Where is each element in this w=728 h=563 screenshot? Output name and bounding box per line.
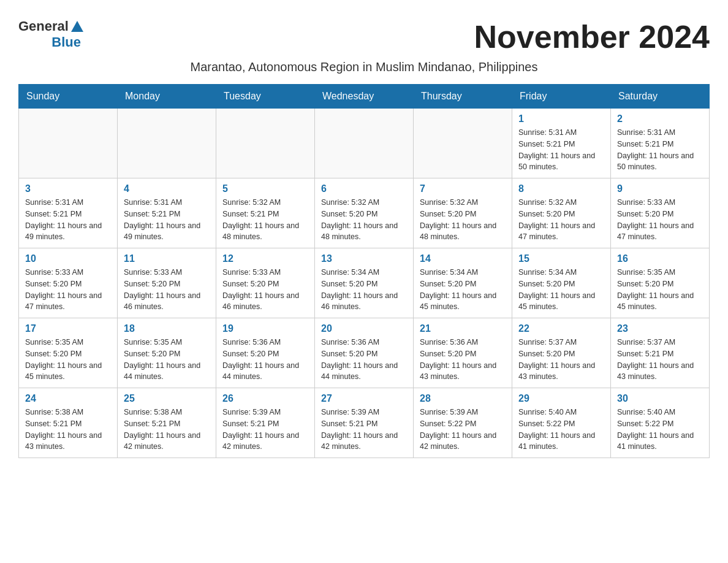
calendar-cell-w4-d0: 17Sunrise: 5:35 AMSunset: 5:20 PMDayligh… <box>19 318 118 388</box>
week-row-5: 24Sunrise: 5:38 AMSunset: 5:21 PMDayligh… <box>19 388 710 458</box>
day-number: 27 <box>321 393 407 404</box>
day-info: Sunrise: 5:33 AMSunset: 5:20 PMDaylight:… <box>617 197 703 243</box>
col-saturday: Saturday <box>611 85 710 109</box>
calendar-cell-w1-d6: 2Sunrise: 5:31 AMSunset: 5:21 PMDaylight… <box>611 109 710 178</box>
day-info: Sunrise: 5:36 AMSunset: 5:20 PMDaylight:… <box>222 337 308 383</box>
day-number: 12 <box>222 253 308 264</box>
calendar-cell-w1-d4 <box>414 109 512 178</box>
logo: General Blue <box>18 18 83 50</box>
day-number: 23 <box>617 323 703 334</box>
day-info: Sunrise: 5:35 AMSunset: 5:20 PMDaylight:… <box>617 267 703 313</box>
day-number: 19 <box>222 323 308 334</box>
page-title: November 2024 <box>474 18 710 55</box>
day-number: 20 <box>321 323 407 334</box>
day-number: 21 <box>420 323 506 334</box>
col-monday: Monday <box>118 85 216 109</box>
day-info: Sunrise: 5:34 AMSunset: 5:20 PMDaylight:… <box>420 267 506 313</box>
calendar-cell-w2-d1: 4Sunrise: 5:31 AMSunset: 5:21 PMDaylight… <box>118 178 216 248</box>
calendar-cell-w4-d4: 21Sunrise: 5:36 AMSunset: 5:20 PMDayligh… <box>414 318 512 388</box>
day-number: 5 <box>222 183 308 194</box>
day-info: Sunrise: 5:31 AMSunset: 5:21 PMDaylight:… <box>25 197 111 243</box>
calendar-cell-w4-d1: 18Sunrise: 5:35 AMSunset: 5:20 PMDayligh… <box>118 318 216 388</box>
day-number: 25 <box>124 393 210 404</box>
day-number: 15 <box>518 253 604 264</box>
page-header: General Blue November 2024 <box>18 18 710 55</box>
day-number: 16 <box>617 253 703 264</box>
day-info: Sunrise: 5:33 AMSunset: 5:20 PMDaylight:… <box>25 267 111 313</box>
day-info: Sunrise: 5:35 AMSunset: 5:20 PMDaylight:… <box>124 337 210 383</box>
calendar-cell-w2-d3: 6Sunrise: 5:32 AMSunset: 5:20 PMDaylight… <box>315 178 414 248</box>
col-sunday: Sunday <box>19 85 118 109</box>
calendar-cell-w5-d2: 26Sunrise: 5:39 AMSunset: 5:21 PMDayligh… <box>216 388 315 458</box>
day-number: 8 <box>518 183 604 194</box>
day-info: Sunrise: 5:38 AMSunset: 5:21 PMDaylight:… <box>25 407 111 453</box>
day-info: Sunrise: 5:33 AMSunset: 5:20 PMDaylight:… <box>222 267 308 313</box>
week-row-1: 1Sunrise: 5:31 AMSunset: 5:21 PMDaylight… <box>19 109 710 178</box>
day-info: Sunrise: 5:31 AMSunset: 5:21 PMDaylight:… <box>518 127 604 173</box>
day-info: Sunrise: 5:33 AMSunset: 5:20 PMDaylight:… <box>124 267 210 313</box>
week-row-4: 17Sunrise: 5:35 AMSunset: 5:20 PMDayligh… <box>19 318 710 388</box>
calendar-cell-w3-d3: 13Sunrise: 5:34 AMSunset: 5:20 PMDayligh… <box>315 248 414 318</box>
col-thursday: Thursday <box>414 85 512 109</box>
day-number: 13 <box>321 253 407 264</box>
calendar-cell-w3-d4: 14Sunrise: 5:34 AMSunset: 5:20 PMDayligh… <box>414 248 512 318</box>
calendar-cell-w5-d6: 30Sunrise: 5:40 AMSunset: 5:22 PMDayligh… <box>611 388 710 458</box>
subtitle: Marantao, Autonomous Region in Muslim Mi… <box>18 60 710 74</box>
week-row-2: 3Sunrise: 5:31 AMSunset: 5:21 PMDaylight… <box>19 178 710 248</box>
calendar-header-row: Sunday Monday Tuesday Wednesday Thursday… <box>19 85 710 109</box>
day-number: 30 <box>617 393 703 404</box>
calendar-cell-w4-d6: 23Sunrise: 5:37 AMSunset: 5:21 PMDayligh… <box>611 318 710 388</box>
calendar-cell-w3-d5: 15Sunrise: 5:34 AMSunset: 5:20 PMDayligh… <box>512 248 611 318</box>
calendar-cell-w2-d2: 5Sunrise: 5:32 AMSunset: 5:21 PMDaylight… <box>216 178 315 248</box>
day-info: Sunrise: 5:32 AMSunset: 5:21 PMDaylight:… <box>222 197 308 243</box>
calendar-cell-w4-d2: 19Sunrise: 5:36 AMSunset: 5:20 PMDayligh… <box>216 318 315 388</box>
calendar-table: Sunday Monday Tuesday Wednesday Thursday… <box>18 84 710 458</box>
day-number: 26 <box>222 393 308 404</box>
day-info: Sunrise: 5:32 AMSunset: 5:20 PMDaylight:… <box>321 197 407 243</box>
day-number: 11 <box>124 253 210 264</box>
day-info: Sunrise: 5:36 AMSunset: 5:20 PMDaylight:… <box>321 337 407 383</box>
day-info: Sunrise: 5:37 AMSunset: 5:20 PMDaylight:… <box>518 337 604 383</box>
day-number: 28 <box>420 393 506 404</box>
calendar-cell-w3-d1: 11Sunrise: 5:33 AMSunset: 5:20 PMDayligh… <box>118 248 216 318</box>
calendar-cell-w5-d1: 25Sunrise: 5:38 AMSunset: 5:21 PMDayligh… <box>118 388 216 458</box>
calendar-cell-w3-d2: 12Sunrise: 5:33 AMSunset: 5:20 PMDayligh… <box>216 248 315 318</box>
calendar-cell-w2-d0: 3Sunrise: 5:31 AMSunset: 5:21 PMDaylight… <box>19 178 118 248</box>
day-info: Sunrise: 5:40 AMSunset: 5:22 PMDaylight:… <box>617 407 703 453</box>
day-number: 17 <box>25 323 111 334</box>
calendar-cell-w5-d3: 27Sunrise: 5:39 AMSunset: 5:21 PMDayligh… <box>315 388 414 458</box>
day-number: 18 <box>124 323 210 334</box>
week-row-3: 10Sunrise: 5:33 AMSunset: 5:20 PMDayligh… <box>19 248 710 318</box>
calendar-cell-w1-d0 <box>19 109 118 178</box>
day-number: 4 <box>124 183 210 194</box>
day-info: Sunrise: 5:34 AMSunset: 5:20 PMDaylight:… <box>321 267 407 313</box>
day-info: Sunrise: 5:37 AMSunset: 5:21 PMDaylight:… <box>617 337 703 383</box>
col-friday: Friday <box>512 85 611 109</box>
logo-text-blue: Blue <box>51 34 81 50</box>
logo-icon: General Blue <box>18 18 83 50</box>
day-info: Sunrise: 5:32 AMSunset: 5:20 PMDaylight:… <box>420 197 506 243</box>
day-number: 7 <box>420 183 506 194</box>
calendar-cell-w3-d6: 16Sunrise: 5:35 AMSunset: 5:20 PMDayligh… <box>611 248 710 318</box>
col-tuesday: Tuesday <box>216 85 315 109</box>
day-number: 3 <box>25 183 111 194</box>
calendar-cell-w4-d3: 20Sunrise: 5:36 AMSunset: 5:20 PMDayligh… <box>315 318 414 388</box>
day-info: Sunrise: 5:31 AMSunset: 5:21 PMDaylight:… <box>617 127 703 173</box>
calendar-cell-w1-d1 <box>118 109 216 178</box>
calendar-cell-w1-d5: 1Sunrise: 5:31 AMSunset: 5:21 PMDaylight… <box>512 109 611 178</box>
col-wednesday: Wednesday <box>315 85 414 109</box>
day-number: 29 <box>518 393 604 404</box>
day-info: Sunrise: 5:35 AMSunset: 5:20 PMDaylight:… <box>25 337 111 383</box>
day-number: 22 <box>518 323 604 334</box>
calendar-cell-w4-d5: 22Sunrise: 5:37 AMSunset: 5:20 PMDayligh… <box>512 318 611 388</box>
logo-text-general: General <box>18 18 69 34</box>
day-number: 2 <box>617 113 703 124</box>
day-info: Sunrise: 5:39 AMSunset: 5:22 PMDaylight:… <box>420 407 506 453</box>
day-info: Sunrise: 5:31 AMSunset: 5:21 PMDaylight:… <box>124 197 210 243</box>
day-number: 24 <box>25 393 111 404</box>
calendar-cell-w5-d0: 24Sunrise: 5:38 AMSunset: 5:21 PMDayligh… <box>19 388 118 458</box>
calendar-cell-w5-d4: 28Sunrise: 5:39 AMSunset: 5:22 PMDayligh… <box>414 388 512 458</box>
calendar-cell-w5-d5: 29Sunrise: 5:40 AMSunset: 5:22 PMDayligh… <box>512 388 611 458</box>
day-info: Sunrise: 5:36 AMSunset: 5:20 PMDaylight:… <box>420 337 506 383</box>
day-number: 6 <box>321 183 407 194</box>
